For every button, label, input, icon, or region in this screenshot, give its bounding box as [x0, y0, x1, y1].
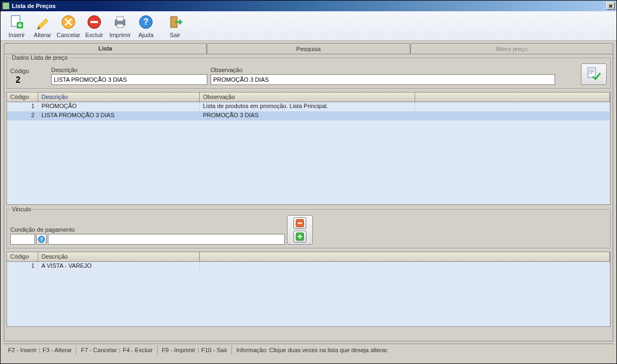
condicao-codigo-input[interactable]	[10, 234, 35, 245]
dados-group: Dados Lista de preço Código 2 Descrição …	[6, 58, 611, 89]
titlebar: Lista de Preços ✕	[1, 1, 616, 11]
shortcut: F2 - Inserir	[8, 347, 37, 353]
shortcut: F9 - Imprimir	[162, 347, 195, 353]
cancelar-button[interactable]: Cancelar	[55, 13, 81, 38]
cell-blank	[415, 111, 610, 120]
toolbar-label: Ajuda	[138, 32, 153, 38]
cancel-icon	[60, 13, 77, 31]
tab-altera-preco[interactable]: Altera preço	[410, 43, 613, 54]
vinculo-actions	[287, 215, 313, 245]
exit-icon	[166, 13, 184, 31]
col-blank	[200, 252, 610, 261]
svg-rect-11	[588, 68, 595, 77]
tab-pesquisa[interactable]: Pesquisa	[207, 43, 410, 54]
lookup-button[interactable]: ?	[36, 234, 47, 245]
toolbar-label: Inserir	[9, 32, 25, 38]
svg-rect-15	[298, 223, 302, 224]
toolbar-label: Alterar	[34, 32, 51, 38]
toolbar: Inserir Alterar Cancelar Excluir Imprimi…	[1, 11, 616, 41]
observacao-label: Observação	[211, 67, 555, 73]
tab-label: Altera preço	[496, 46, 528, 52]
status-shortcuts-2: F7 - Cancelar | F4 - Excluir	[76, 345, 157, 355]
shortcut: F7 - Cancelar	[81, 347, 117, 353]
toolbar-label: Imprimir	[109, 32, 131, 38]
delete-icon	[86, 13, 103, 31]
minus-icon	[296, 219, 304, 227]
descricao-input[interactable]	[51, 74, 207, 85]
cell-blank	[415, 102, 610, 111]
help-icon: ?	[38, 235, 45, 243]
grid-body: 1 PROMOÇÃO Lista de produtos em promoção…	[7, 102, 610, 120]
shortcut: F3 - Alterar	[43, 347, 72, 353]
svg-text:?: ?	[40, 237, 43, 242]
col-codigo[interactable]: Código	[7, 92, 38, 102]
vinculo-group: Vinculo Condição de pagamento ?	[6, 209, 611, 248]
condicao-desc-input[interactable]	[48, 234, 285, 245]
excluir-button[interactable]: Excluir	[81, 13, 107, 38]
cell-codigo: 1	[7, 262, 38, 271]
close-button[interactable]: ✕	[606, 2, 615, 10]
cell-observacao: PROMOÇÃO 3 DIAS	[200, 111, 415, 120]
toolbar-label: Sair	[170, 32, 180, 38]
new-icon	[8, 13, 25, 31]
inserir-button[interactable]: Inserir	[4, 13, 30, 38]
tabs: Lista Pesquisa Altera preço	[4, 43, 613, 54]
vinculo-grid[interactable]: Código Descrição 1 A VISTA - VAREJO	[6, 252, 611, 327]
print-icon	[111, 13, 129, 31]
help-icon: ?	[137, 13, 155, 31]
codigo-label: Código	[10, 68, 48, 74]
status-shortcuts-3: F9 - Imprimir | F10 - Sair	[158, 345, 232, 355]
cell-observacao: Lista de produtos em promoção. Lista Pri…	[200, 102, 415, 111]
col-descricao[interactable]: Descrição	[38, 252, 200, 261]
window-title: Lista de Preços	[12, 3, 55, 9]
check-doc-icon	[586, 67, 601, 82]
condicao-label: Condição de pagamento	[10, 226, 285, 233]
alterar-button[interactable]: Alterar	[30, 13, 55, 38]
svg-rect-4	[90, 21, 98, 23]
observacao-input[interactable]	[211, 74, 555, 85]
group-legend: Vinculo	[10, 206, 33, 212]
svg-rect-6	[117, 17, 123, 21]
cell-descricao: LISTA PROMOÇÃO 3 DIAS	[38, 111, 200, 120]
table-row[interactable]: 2 LISTA PROMOÇÃO 3 DIAS PROMOÇÃO 3 DIAS	[7, 111, 610, 120]
tab-label: Pesquisa	[296, 46, 320, 52]
plus-icon	[296, 232, 304, 241]
add-vinculo-button[interactable]	[293, 231, 306, 242]
grid-header: Código Descrição Observação	[7, 92, 610, 102]
grid-header: Código Descrição	[7, 252, 610, 262]
shortcut: F4 - Excluir	[123, 347, 153, 353]
table-row[interactable]: 1 A VISTA - VAREJO	[7, 262, 610, 271]
col-blank	[415, 92, 610, 102]
remove-vinculo-button[interactable]	[293, 217, 306, 229]
tab-lista[interactable]: Lista	[4, 43, 207, 54]
col-codigo[interactable]: Código	[7, 252, 38, 261]
toolbar-label: Excluir	[85, 32, 103, 38]
descricao-label: Descrição	[51, 67, 207, 73]
col-observacao[interactable]: Observação	[200, 92, 415, 102]
cell-descricao: A VISTA - VAREJO	[38, 262, 200, 271]
svg-rect-7	[117, 24, 123, 27]
tab-body: Dados Lista de preço Código 2 Descrição …	[4, 54, 613, 341]
lista-grid[interactable]: Código Descrição Observação 1 PROMOÇÃO L…	[6, 92, 611, 205]
cell-descricao: PROMOÇÃO	[38, 102, 200, 111]
svg-text:?: ?	[143, 17, 149, 26]
cell-blank	[200, 262, 610, 271]
status-shortcuts-1: F2 - Inserir | F3 - Alterar	[4, 345, 76, 355]
cell-codigo: 2	[7, 111, 38, 120]
imprimir-button[interactable]: Imprimir	[107, 13, 133, 38]
col-descricao[interactable]: Descrição	[38, 92, 200, 102]
statusbar: F2 - Inserir | F3 - Alterar F7 - Cancela…	[4, 344, 613, 355]
sair-button[interactable]: Sair	[162, 13, 188, 38]
cell-codigo: 1	[7, 102, 38, 111]
grid-body: 1 A VISTA - VAREJO	[7, 262, 610, 271]
table-row[interactable]: 1 PROMOÇÃO Lista de produtos em promoção…	[7, 102, 610, 111]
group-legend: Dados Lista de preço	[10, 54, 69, 61]
confirm-button[interactable]	[581, 63, 607, 85]
app-icon	[2, 2, 10, 10]
ajuda-button[interactable]: ? Ajuda	[133, 13, 159, 38]
pencil-icon	[34, 13, 51, 31]
status-info: Informação: Clique duas vezes na lista q…	[232, 345, 613, 355]
tab-label: Lista	[99, 45, 113, 52]
toolbar-label: Cancelar	[57, 32, 80, 38]
shortcut: F10 - Sair	[201, 347, 227, 353]
